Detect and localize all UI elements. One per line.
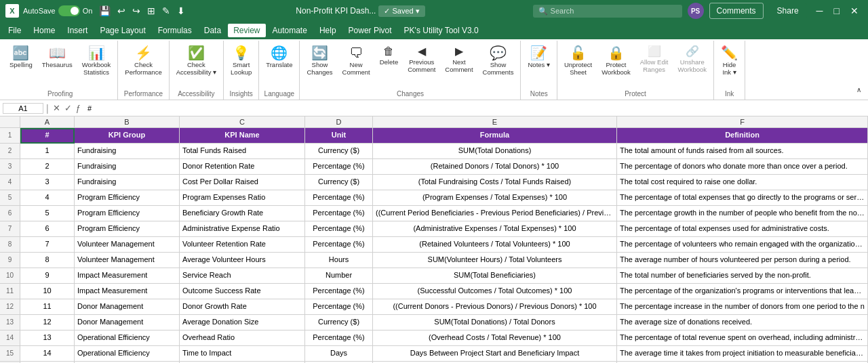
table-cell[interactable]: Donor Management [75, 299, 180, 315]
table-cell[interactable]: Volunteer Management [75, 237, 180, 253]
menu-help[interactable]: Help [314, 24, 342, 37]
smart-lookup-button[interactable]: 💡 Smart Lookup [226, 43, 256, 79]
saved-button[interactable]: ✓ Saved ▾ [378, 5, 425, 17]
table-cell[interactable]: 2 [20, 159, 75, 175]
table-cell[interactable]: Average Volunteer Hours [180, 253, 305, 268]
table-cell[interactable]: ((Current Donors - Previous Donors) / Pr… [373, 299, 617, 315]
table-cell[interactable]: The percentage of the organization's pro… [617, 284, 868, 299]
table-cell[interactable]: Total Funds Raised [180, 144, 305, 159]
col-header-f[interactable]: F [617, 116, 868, 128]
table-cell[interactable]: Currency ($) [305, 144, 373, 159]
table-cell[interactable]: Formula [373, 128, 617, 144]
table-cell[interactable]: SUM(Volunteer Hours) / Total Volunteers [373, 253, 617, 268]
table-cell[interactable]: ((Current Period Beneficiaries - Previou… [373, 206, 617, 221]
table-cell[interactable]: The percentage of volunteers who remain … [617, 237, 868, 253]
table-cell[interactable]: Program Expenses Ratio [180, 190, 305, 206]
insert-function-button[interactable]: ƒ [75, 103, 82, 113]
hide-ink-button[interactable]: ✏️ Hide Ink ▾ [717, 43, 742, 79]
table-cell[interactable]: 6 [20, 221, 75, 237]
table-cell[interactable]: 10 [20, 284, 75, 299]
table-cell[interactable]: Days [305, 346, 373, 362]
notes-button[interactable]: 📝 Notes ▾ [524, 43, 553, 71]
close-button[interactable]: ✕ [846, 4, 863, 18]
table-cell[interactable]: Program Efficiency [75, 206, 180, 221]
formula-input[interactable] [85, 104, 865, 113]
menu-review[interactable]: Review [228, 24, 265, 37]
table-cell[interactable]: Percentage (%) [305, 190, 373, 206]
translate-button[interactable]: 🌐 Translate [262, 43, 296, 71]
table-cell[interactable]: Cost Per Dollar Raised [180, 175, 305, 190]
table-cell[interactable]: Operational Efficiency [75, 330, 180, 346]
col-header-a[interactable]: A [20, 116, 75, 128]
table-cell[interactable]: 1 [20, 144, 75, 159]
more-commands-button[interactable]: ⊞ [144, 4, 158, 18]
table-cell[interactable]: Administrative Expense Ratio [180, 221, 305, 237]
maximize-button[interactable]: □ [830, 4, 844, 18]
table-cell[interactable]: 14 [20, 346, 75, 362]
allow-edit-ranges-button[interactable]: ⬜ Allow Edit Ranges [636, 43, 673, 77]
table-cell[interactable]: Program Efficiency [75, 190, 180, 206]
table-cell[interactable]: Percentage (%) [305, 284, 373, 299]
table-cell[interactable]: Average Donation Size [180, 315, 305, 330]
menu-formulas[interactable]: Formulas [153, 24, 197, 37]
table-cell[interactable]: Percentage (%) [305, 206, 373, 221]
table-cell[interactable]: (Administrative Expenses / Total Expense… [373, 221, 617, 237]
table-cell[interactable]: Fundraising [75, 175, 180, 190]
table-cell[interactable]: Percentage (%) [305, 221, 373, 237]
table-cell[interactable]: Impact Measurement [75, 284, 180, 299]
table-cell[interactable]: Donor Growth Rate [180, 299, 305, 315]
search-box[interactable]: 🔍 [533, 5, 682, 18]
next-comment-button[interactable]: ▶ Next Comment [441, 43, 477, 77]
table-cell[interactable]: Donor Management [75, 315, 180, 330]
menu-home[interactable]: Home [28, 24, 60, 37]
show-comments-button[interactable]: 💬 Show Comments [479, 43, 518, 79]
search-input[interactable] [551, 7, 673, 15]
table-cell[interactable]: Percentage (%) [305, 330, 373, 346]
minimize-button[interactable]: ─ [812, 4, 827, 18]
table-cell[interactable]: The total number of beneficiaries served… [617, 268, 868, 284]
unprotect-sheet-button[interactable]: 🔓 Unprotect Sheet [560, 43, 596, 79]
previous-comment-button[interactable]: ◀ Previous Comment [403, 43, 439, 77]
show-changes-button[interactable]: 🔄 Show Changes [302, 43, 336, 79]
table-cell[interactable]: Volunteer Management [75, 253, 180, 268]
col-header-e[interactable]: E [373, 116, 617, 128]
menu-page-layout[interactable]: Page Layout [94, 24, 151, 37]
col-header-b[interactable]: B [75, 116, 180, 128]
table-cell[interactable]: Currency ($) [305, 175, 373, 190]
table-cell[interactable]: (Program Expenses / Total Expenses) * 10… [373, 190, 617, 206]
table-cell[interactable]: Fundraising [75, 159, 180, 175]
table-cell[interactable]: (Retained Volunteers / Total Volunteers)… [373, 237, 617, 253]
cancel-formula-button[interactable]: ✕ [52, 103, 62, 113]
table-cell[interactable]: KPI Name [180, 128, 305, 144]
table-cell[interactable]: 4 [20, 190, 75, 206]
table-cell[interactable]: The percentage of donors who donate more… [617, 159, 868, 175]
table-cell[interactable]: 7 [20, 237, 75, 253]
collapse-ribbon-button[interactable]: ∧ [852, 83, 865, 97]
comments-header-button[interactable]: Comments [709, 3, 764, 19]
menu-pk-utility[interactable]: PK's Utility Tool V3.0 [399, 24, 484, 37]
protect-workbook-button[interactable]: 🔒 Protect Workbook [597, 43, 635, 79]
table-cell[interactable]: Percentage (%) [305, 159, 373, 175]
customize-more-button[interactable]: ⬇ [174, 4, 188, 18]
table-cell[interactable]: The total cost required to raise one dol… [617, 175, 868, 190]
table-cell[interactable]: The average size of donations received. [617, 315, 868, 330]
menu-file[interactable]: File [3, 24, 26, 37]
col-header-d[interactable]: D [305, 116, 373, 128]
delete-comment-button[interactable]: 🗑 Delete [376, 43, 402, 68]
table-cell[interactable]: Fundraising [75, 144, 180, 159]
table-cell[interactable]: The percentage of total revenue spent on… [617, 330, 868, 346]
table-cell[interactable]: Volunteer Retention Rate [180, 237, 305, 253]
table-cell[interactable]: Unit [305, 128, 373, 144]
table-cell[interactable]: Service Reach [180, 268, 305, 284]
table-cell[interactable]: (Successful Outcomes / Total Outcomes) *… [373, 284, 617, 299]
table-cell[interactable]: SUM(Total Beneficiaries) [373, 268, 617, 284]
table-cell[interactable]: Time to Impact [180, 346, 305, 362]
table-cell[interactable]: Definition [617, 128, 868, 144]
table-cell[interactable]: Operational Efficiency [75, 346, 180, 362]
check-performance-button[interactable]: ⚡ Check Performance [121, 43, 165, 79]
table-cell[interactable]: Percentage (%) [305, 237, 373, 253]
table-cell[interactable]: Outcome Success Rate [180, 284, 305, 299]
customize-button[interactable]: ✎ [159, 4, 173, 18]
undo-button[interactable]: ↩ [115, 4, 128, 18]
table-cell[interactable]: 12 [20, 315, 75, 330]
